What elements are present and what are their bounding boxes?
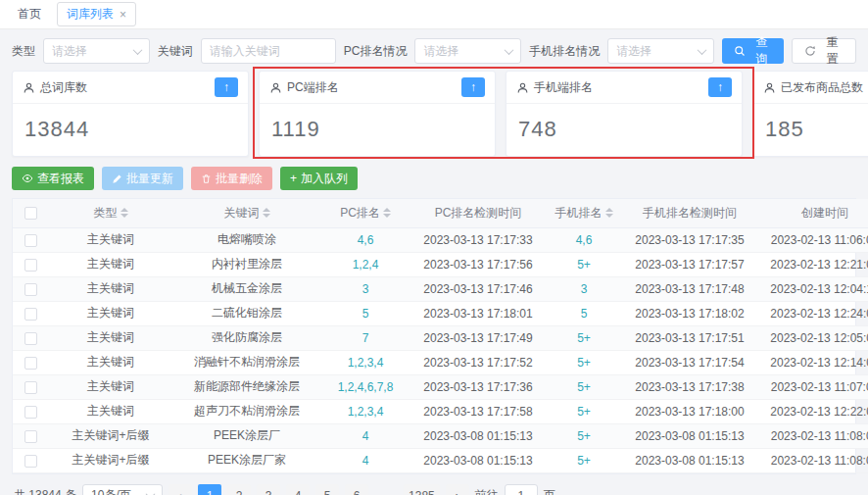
cell-type: 主关键词 [48, 399, 173, 423]
prev-page-button[interactable]: ‹ [169, 484, 192, 495]
cell-type: 主关键词 [48, 325, 173, 350]
cell-type: 主关键词 [48, 301, 173, 325]
cell-type: 主关键词 [48, 252, 173, 276]
pencil-icon [112, 173, 122, 184]
table-row: 主关键词+后缀 PEEK涂层厂家 4 2023-03-08 01:15:13 5… [13, 448, 868, 472]
tab-home[interactable]: 首页 [12, 3, 47, 25]
page-button-1385[interactable]: 1385 [404, 484, 440, 495]
table-row: 主关键词 二硫化钼涂层 5 2023-03-13 17:18:01 5 2023… [13, 301, 868, 325]
sort-icon[interactable] [263, 208, 270, 218]
keyword-input[interactable] [201, 38, 336, 64]
table-row: 主关键词 超声刀不粘润滑涂层 1,2,3,4 2023-03-13 17:17:… [13, 399, 868, 423]
page-button-2[interactable]: 2 [227, 484, 251, 495]
stat-value: 13844 [13, 104, 248, 155]
cell-mobile-rank: 5+ [546, 448, 622, 472]
cell-mobile-check-time: 2023-03-13 17:17:54 [622, 350, 757, 374]
cell-type: 主关键词 [48, 350, 173, 374]
chevron-down-icon [697, 45, 706, 55]
stat-title: 手机端排名 [534, 79, 593, 96]
search-button[interactable]: 查询 [722, 38, 785, 64]
page-button-1[interactable]: 1 [198, 484, 221, 495]
stats-cards: 总词库数 ↑ 13844 PC端排名 ↑ 1119 手机端排名 [0, 71, 868, 157]
cell-mobile-rank: 5+ [546, 350, 622, 374]
pc-rank-select[interactable]: 请选择 [414, 38, 521, 64]
scroll-top-button[interactable]: ↑ [215, 77, 238, 97]
row-checkbox[interactable] [24, 234, 37, 247]
cell-pc-check-time: 2023-03-13 17:17:52 [410, 350, 546, 374]
sort-icon[interactable] [383, 208, 391, 218]
page-size-select[interactable]: 10条/页 [82, 484, 163, 495]
select-all-checkbox[interactable] [24, 207, 37, 220]
jump-unit: 页 [544, 487, 555, 495]
cell-keyword: 电熔嘴喷涂 [173, 227, 320, 252]
row-checkbox[interactable] [24, 455, 37, 468]
cell-mobile-rank: 5+ [546, 374, 622, 399]
page-ellipsis[interactable]: ··· [374, 484, 398, 495]
jump-page-input[interactable] [505, 484, 538, 495]
row-checkbox[interactable] [24, 381, 37, 394]
table-row: 主关键词 机械五金涂层 3 2023-03-13 17:17:46 3 2023… [13, 276, 868, 301]
row-checkbox[interactable] [24, 283, 37, 296]
stat-title: PC端排名 [287, 79, 339, 96]
batch-delete-button[interactable]: 批量删除 [191, 167, 272, 190]
mobile-rank-label: 手机排名情况 [529, 43, 600, 60]
type-select[interactable]: 请选择 [43, 38, 150, 64]
stat-value: 1119 [260, 104, 495, 155]
cell-pc-check-time: 2023-03-13 17:17:49 [410, 325, 546, 350]
sort-icon[interactable] [121, 208, 128, 218]
cell-mobile-check-time: 2023-03-13 17:17:51 [622, 325, 757, 350]
cell-created-time: 2023-02-13 12:04:10 [757, 276, 868, 301]
row-checkbox[interactable] [24, 357, 37, 370]
col-mobile-rank: 手机排名 [555, 205, 603, 222]
row-checkbox[interactable] [24, 406, 37, 419]
user-icon [763, 81, 776, 94]
close-icon[interactable]: × [120, 9, 126, 21]
search-button-label: 查询 [750, 34, 773, 68]
cell-pc-rank: 4,6 [320, 227, 410, 252]
cell-keyword: 机械五金涂层 [173, 276, 320, 301]
cell-pc-check-time: 2023-03-13 17:18:01 [410, 301, 546, 325]
cell-pc-check-time: 2023-03-13 17:17:56 [410, 252, 546, 276]
join-queue-button[interactable]: + 加入队列 [280, 167, 358, 190]
page-button-4[interactable]: 4 [286, 484, 310, 495]
cell-pc-rank: 1,2,4,6,7,8 [320, 374, 410, 399]
row-checkbox[interactable] [24, 430, 37, 443]
cell-keyword: PEEK涂层厂家 [173, 448, 320, 472]
page-button-5[interactable]: 5 [315, 484, 339, 495]
batch-delete-label: 批量删除 [216, 171, 263, 187]
filter-bar: 类型 请选择 关键词 PC排名情况 请选择 手机排名情况 请选择 查询 重置 [0, 29, 868, 71]
cell-pc-check-time: 2023-03-08 01:15:13 [410, 423, 546, 448]
view-report-button[interactable]: 查看报表 [12, 167, 94, 190]
stat-title: 总词库数 [40, 79, 87, 96]
page-button-3[interactable]: 3 [257, 484, 280, 495]
keyword-label: 关键词 [158, 43, 193, 60]
scroll-top-button[interactable]: ↑ [461, 77, 485, 97]
reset-button[interactable]: 重置 [792, 38, 856, 64]
stat-value: 185 [753, 104, 868, 155]
tab-label: 词库列表 [67, 6, 114, 23]
cell-mobile-check-time: 2023-03-13 17:18:00 [622, 399, 757, 423]
sort-icon[interactable] [605, 208, 613, 218]
row-checkbox[interactable] [24, 308, 37, 321]
cell-pc-rank: 4 [320, 423, 410, 448]
cell-created-time: 2023-02-13 12:22:03 [757, 399, 868, 423]
cell-keyword: 消融针不粘润滑涂层 [173, 350, 320, 374]
cell-type: 主关键词 [48, 227, 173, 252]
mobile-rank-select[interactable]: 请选择 [607, 38, 714, 64]
type-select-placeholder: 请选择 [52, 43, 87, 60]
cell-mobile-check-time: 2023-03-08 01:15:13 [622, 423, 757, 448]
next-page-button[interactable]: › [446, 484, 469, 495]
col-pc-rank: PC排名 [340, 205, 380, 222]
row-checkbox[interactable] [24, 259, 37, 272]
cell-pc-rank: 3 [320, 276, 410, 301]
batch-update-button[interactable]: 批量更新 [102, 167, 183, 190]
batch-update-label: 批量更新 [126, 171, 173, 187]
cell-pc-rank: 5 [320, 301, 410, 325]
page-button-6[interactable]: 6 [345, 484, 368, 495]
row-checkbox[interactable] [24, 332, 37, 345]
col-pc-check-time: PC排名检测时间 [435, 206, 522, 220]
user-icon [516, 81, 529, 94]
scroll-top-button[interactable]: ↑ [708, 77, 732, 97]
cell-created-time: 2023-02-13 11:08:07 [757, 423, 868, 448]
tab-word-library[interactable]: 词库列表 × [57, 2, 136, 26]
